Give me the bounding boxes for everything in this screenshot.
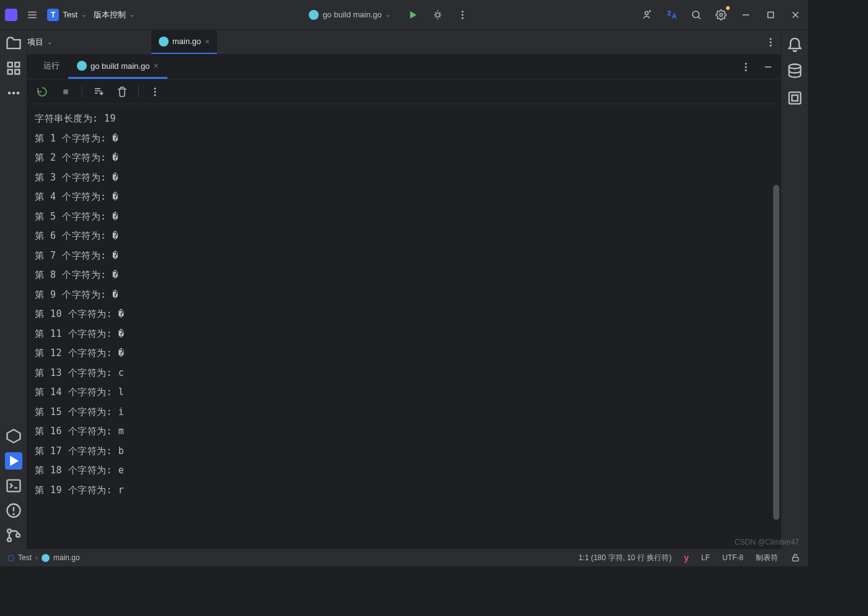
run-config-selector[interactable]: go build main.go ⌄ — [304, 7, 395, 22]
more-actions-button[interactable] — [455, 7, 470, 22]
svg-point-51 — [745, 69, 747, 71]
svg-rect-61 — [792, 557, 798, 561]
file-encoding[interactable]: UTF-8 — [722, 553, 743, 562]
console-line: 第 14 个字符为: l — [35, 383, 773, 403]
svg-point-33 — [7, 92, 11, 95]
console-line: 第 19 个字符为: r — [35, 481, 773, 501]
more-tools-button[interactable] — [5, 84, 22, 102]
code-with-me-button[interactable] — [639, 7, 654, 22]
svg-rect-23 — [768, 12, 774, 17]
app-icon — [5, 9, 17, 21]
file-tab-main[interactable]: main.go × — [151, 30, 217, 54]
svg-rect-47 — [789, 92, 800, 104]
svg-rect-31 — [7, 69, 12, 74]
clear-button[interactable] — [115, 84, 130, 99]
chevron-down-icon: ⌄ — [47, 38, 52, 45]
device-tool-button[interactable] — [786, 89, 804, 107]
svg-point-21 — [720, 13, 723, 16]
separator — [138, 86, 139, 98]
main-menu-button[interactable] — [25, 7, 40, 22]
console-line: 第 1 个字符为: � — [35, 129, 773, 149]
run-tab-default[interactable]: 运行 — [35, 54, 68, 79]
hide-panel-button[interactable] — [761, 60, 776, 74]
run-tab-config[interactable]: go build main.go × — [68, 55, 167, 79]
settings-button[interactable] — [714, 7, 728, 22]
console-line: 第 18 个字符为: e — [35, 461, 773, 481]
svg-rect-38 — [7, 480, 20, 492]
project-badge: T — [47, 9, 59, 21]
stop-button[interactable] — [58, 84, 73, 99]
svg-rect-29 — [7, 63, 12, 67]
svg-marker-3 — [410, 11, 417, 19]
search-button[interactable] — [689, 7, 704, 22]
window-close-button[interactable] — [788, 7, 803, 22]
svg-point-35 — [16, 92, 19, 95]
console-line: 第 3 个字符为: � — [35, 168, 773, 188]
debug-button[interactable] — [430, 7, 445, 22]
svg-point-13 — [461, 11, 463, 12]
notifications-tool-button[interactable] — [786, 35, 804, 52]
svg-point-46 — [789, 65, 800, 69]
project-tool-button[interactable] — [5, 35, 22, 52]
console-line: 第 5 个字符为: � — [35, 207, 773, 227]
indent-style[interactable]: 制表符 — [756, 553, 778, 563]
svg-point-34 — [12, 92, 15, 95]
left-tool-rail — [0, 30, 27, 549]
scroll-to-end-button[interactable] — [91, 84, 106, 99]
breadcrumb-project[interactable]: Test — [18, 553, 32, 562]
console-line: 第 15 个字符为: i — [35, 403, 773, 422]
vcs-label: 版本控制 — [94, 9, 126, 20]
console-line: 第 12 个字符为: � — [35, 344, 773, 364]
console-line: 第 13 个字符为: c — [35, 364, 773, 383]
breadcrumb-separator: › — [35, 553, 38, 562]
file-tab-label: main.go — [172, 37, 201, 46]
console-output[interactable]: 字符串长度为: 19 第 1 个字符为: �第 2 个字符为: �第 3 个字符… — [27, 104, 781, 549]
translate-button[interactable] — [664, 7, 679, 22]
svg-point-16 — [645, 11, 648, 14]
project-selector[interactable]: T Test ⌄ — [47, 9, 86, 21]
run-tool-button[interactable] — [5, 452, 22, 470]
readonly-toggle-button[interactable] — [790, 553, 800, 563]
svg-line-10 — [439, 16, 440, 17]
console-line: 字符串长度为: 19 — [35, 109, 773, 129]
toolbar-more-button[interactable] — [148, 84, 162, 99]
go-icon — [77, 61, 87, 71]
window-minimize-button[interactable] — [738, 7, 753, 22]
structure-tool-button[interactable] — [5, 60, 22, 77]
terminal-tool-button[interactable] — [5, 477, 22, 494]
console-line: 第 10 个字符为: � — [35, 305, 773, 324]
project-name: Test — [63, 10, 78, 19]
run-button[interactable] — [405, 7, 420, 22]
services-tool-button[interactable] — [5, 427, 22, 445]
translate-status-icon[interactable]: y — [684, 553, 689, 563]
svg-point-15 — [461, 17, 463, 19]
console-line: 第 8 个字符为: � — [35, 266, 773, 285]
scrollbar[interactable] — [773, 185, 779, 520]
console-line: 第 9 个字符为: � — [35, 285, 773, 305]
close-icon[interactable]: × — [205, 37, 210, 47]
caret-position[interactable]: 1:1 (180 字符, 10 行 换行符) — [578, 553, 671, 563]
console-line: 第 11 个字符为: � — [35, 324, 773, 344]
problems-tool-button[interactable] — [5, 502, 22, 519]
breadcrumb-file[interactable]: main.go — [53, 553, 80, 562]
vcs-dropdown[interactable]: 版本控制 ⌄ — [94, 9, 135, 20]
go-file-icon — [159, 37, 169, 47]
editor-header: 项目 ⌄ main.go × — [0, 30, 808, 55]
project-view-dropdown[interactable]: 项目 ⌄ — [27, 37, 52, 48]
editor-more-button[interactable] — [763, 35, 778, 50]
database-tool-button[interactable] — [786, 62, 804, 79]
svg-point-14 — [461, 14, 463, 16]
svg-line-20 — [698, 17, 701, 19]
close-icon[interactable]: × — [153, 61, 158, 71]
svg-point-59 — [154, 91, 156, 92]
svg-point-58 — [154, 87, 156, 89]
svg-rect-48 — [792, 95, 797, 100]
run-options-button[interactable] — [738, 60, 753, 74]
breadcrumb-module-icon: ▢ — [7, 553, 14, 562]
svg-point-19 — [693, 11, 699, 18]
rerun-button[interactable] — [35, 84, 50, 99]
window-maximize-button[interactable] — [763, 7, 778, 22]
vcs-tool-button[interactable] — [5, 527, 22, 544]
svg-line-9 — [435, 12, 436, 13]
line-separator[interactable]: LF — [701, 553, 710, 562]
